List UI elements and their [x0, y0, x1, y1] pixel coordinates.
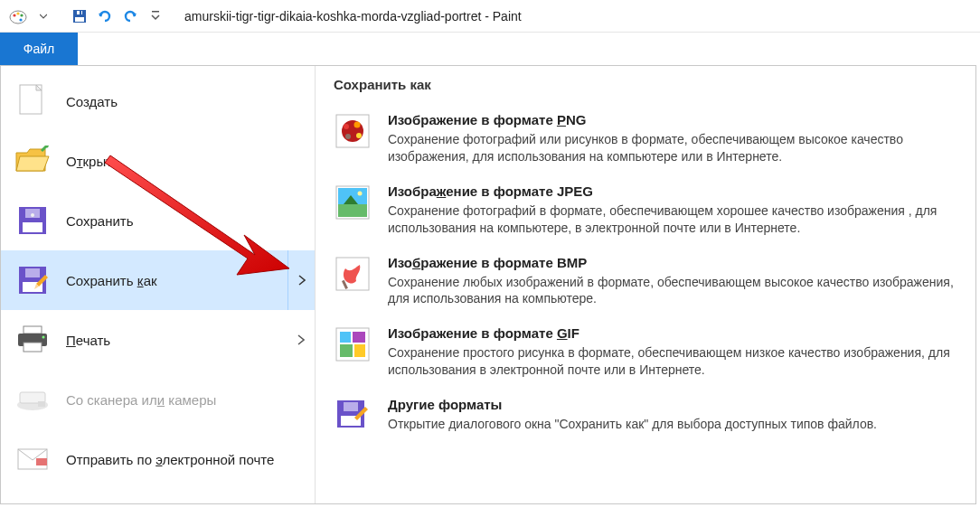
- submenu-arrow-icon: [287, 310, 315, 370]
- svg-rect-6: [75, 17, 84, 22]
- customize-qat-icon[interactable]: [145, 5, 166, 27]
- saveas-bmp-title: Изображение в формате BMP: [388, 255, 966, 270]
- menu-new[interactable]: Создать: [1, 71, 315, 131]
- saveas-bmp[interactable]: Изображение в формате BMP Сохранение люб…: [334, 248, 966, 319]
- save-floppy-icon: [14, 202, 52, 240]
- saveas-other[interactable]: Другие форматы Открытие диалогового окна…: [334, 390, 966, 446]
- undo-icon[interactable]: [94, 5, 116, 27]
- saveas-png[interactable]: Изображение в формате PNG Сохранение фот…: [334, 105, 966, 176]
- quick-access-toolbar: [7, 5, 166, 27]
- menu-save-as-label: Сохранить как: [66, 273, 157, 288]
- save-icon[interactable]: [69, 5, 90, 27]
- saveas-png-desc: Сохранение фотографий или рисунков в фор…: [388, 131, 966, 165]
- saveas-gif-desc: Сохранение простого рисунка в формате, о…: [388, 344, 966, 379]
- file-tab[interactable]: Файл: [0, 33, 78, 65]
- svg-point-2: [16, 12, 19, 14]
- svg-rect-40: [340, 332, 351, 343]
- other-format-icon: [334, 397, 372, 435]
- scanner-icon: [14, 381, 52, 418]
- saveas-jpeg[interactable]: Изображение в формате JPEG Сохранение фо…: [334, 176, 966, 248]
- svg-point-3: [20, 14, 23, 16]
- svg-rect-24: [38, 401, 45, 407]
- submenu-heading: Сохранить как: [334, 77, 966, 92]
- svg-point-32: [345, 134, 351, 139]
- printer-icon: [14, 321, 52, 359]
- svg-rect-21: [24, 343, 42, 352]
- menu-save-as[interactable]: Сохранить как: [1, 250, 315, 310]
- saveas-gif-title: Изображение в формате GIF: [388, 325, 966, 341]
- svg-rect-8: [80, 11, 81, 14]
- menu-open[interactable]: Открыть: [1, 131, 315, 191]
- png-format-icon: [334, 112, 372, 150]
- svg-point-36: [358, 191, 363, 195]
- svg-rect-26: [36, 458, 47, 465]
- saveas-bmp-desc: Сохранение любых изображений в формате, …: [388, 274, 966, 308]
- redo-icon[interactable]: [119, 5, 141, 27]
- svg-rect-18: [24, 326, 42, 334]
- email-icon: [14, 440, 52, 478]
- svg-rect-41: [353, 332, 365, 343]
- menu-scanner: Со сканера или камеры: [1, 370, 315, 429]
- new-file-icon: [14, 82, 52, 120]
- svg-rect-42: [340, 344, 353, 357]
- menu-save-label: Сохранить: [66, 213, 134, 229]
- ribbon-tab-row: Файл: [0, 33, 980, 65]
- svg-rect-43: [354, 344, 365, 357]
- saveas-jpeg-desc: Сохранение фотографий в формате, обеспеч…: [388, 202, 966, 237]
- jpeg-format-icon: [334, 183, 372, 221]
- menu-scanner-label: Со сканера или камеры: [66, 392, 216, 408]
- save-as-submenu: Сохранить как Изображение в формате PNG …: [316, 66, 975, 503]
- file-menu-left: Создать Открыть Сохранить Сохранить как: [1, 66, 316, 503]
- bmp-format-icon: [334, 255, 372, 293]
- submenu-arrow-icon: [287, 250, 315, 310]
- menu-email[interactable]: Отправить по электронной почте: [1, 429, 315, 489]
- svg-rect-12: [23, 222, 42, 232]
- menu-new-label: Создать: [66, 94, 118, 109]
- svg-point-4: [19, 18, 22, 21]
- saveas-other-title: Другие форматы: [388, 397, 966, 412]
- open-folder-icon: [14, 142, 52, 180]
- svg-rect-46: [344, 402, 358, 411]
- svg-point-30: [354, 122, 361, 128]
- paint-app-icon[interactable]: [7, 5, 29, 27]
- title-bar: amurskii-tigr-tigr-dikaia-koshka-morda-v…: [0, 0, 980, 33]
- menu-save[interactable]: Сохранить: [1, 191, 315, 250]
- saveas-png-title: Изображение в формате PNG: [388, 112, 966, 127]
- qat-dropdown-icon[interactable]: [33, 5, 54, 27]
- svg-rect-35: [338, 204, 367, 217]
- svg-rect-17: [25, 268, 40, 277]
- save-as-floppy-icon: [14, 261, 52, 299]
- svg-point-28: [342, 120, 363, 142]
- saveas-gif[interactable]: Изображение в формате GIF Сохранение про…: [334, 318, 966, 390]
- menu-open-label: Открыть: [66, 154, 119, 169]
- menu-print-label: Печать: [66, 333, 110, 348]
- menu-email-label: Отправить по электронной почте: [66, 452, 274, 467]
- file-menu-panel: Создать Открыть Сохранить Сохранить как: [0, 65, 976, 504]
- svg-point-14: [31, 213, 34, 217]
- gif-format-icon: [334, 325, 372, 363]
- svg-point-1: [13, 14, 15, 16]
- saveas-other-desc: Открытие диалогового окна "Сохранить как…: [388, 416, 966, 433]
- svg-point-31: [356, 133, 362, 138]
- svg-point-29: [344, 124, 349, 129]
- window-title: amurskii-tigr-tigr-dikaia-koshka-morda-v…: [184, 9, 522, 24]
- saveas-jpeg-title: Изображение в формате JPEG: [388, 183, 966, 199]
- menu-print[interactable]: Печать: [1, 310, 315, 370]
- svg-point-20: [42, 336, 45, 339]
- svg-rect-9: [152, 11, 159, 13]
